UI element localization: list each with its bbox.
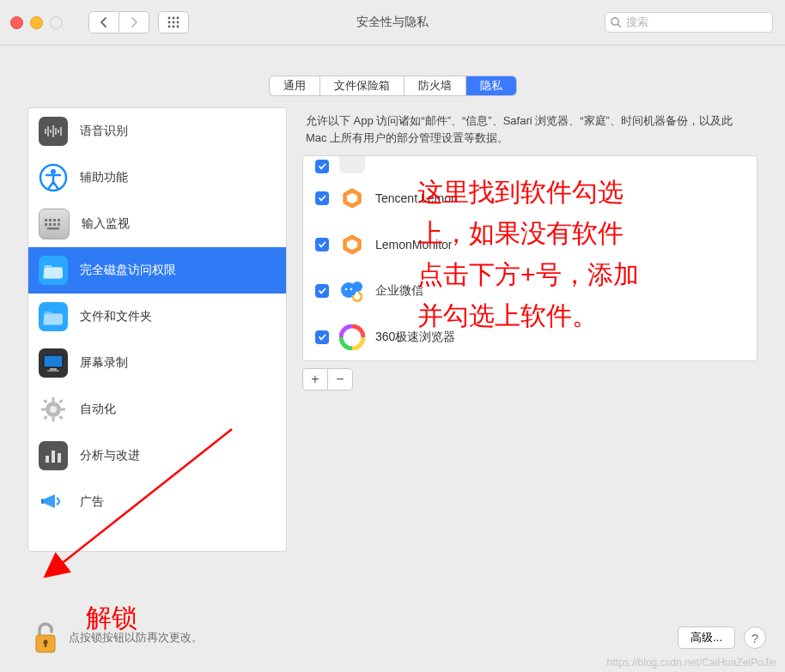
sidebar-item-full-disk-access[interactable]: 完全磁盘访问权限 <box>28 247 286 294</box>
svg-point-53 <box>352 282 362 292</box>
svg-rect-33 <box>47 370 59 372</box>
sidebar-item-label: 屏幕录制 <box>80 355 128 371</box>
checkbox[interactable] <box>315 160 329 173</box>
sidebar-item-speech[interactable]: 语音识别 <box>28 108 286 154</box>
svg-rect-26 <box>53 223 56 226</box>
search-icon <box>610 16 622 28</box>
svg-rect-39 <box>61 409 65 411</box>
apps-list-box: Tencent Lemon LemonMonitor 企业微信 <box>302 155 758 361</box>
back-button[interactable] <box>88 11 119 33</box>
footer-right: 高级... ? <box>678 627 766 649</box>
svg-point-4 <box>173 21 175 24</box>
app-row[interactable]: 企业微信 <box>303 268 757 314</box>
grid-icon <box>167 16 180 28</box>
svg-point-8 <box>177 26 180 28</box>
tab-firewall[interactable]: 防火墙 <box>404 76 466 95</box>
tab-filevault[interactable]: 文件保险箱 <box>319 76 404 95</box>
svg-point-55 <box>345 288 348 291</box>
app-row[interactable] <box>303 156 757 175</box>
svg-rect-24 <box>45 223 47 226</box>
chevron-right-icon <box>130 17 138 27</box>
svg-rect-22 <box>53 219 56 221</box>
help-button[interactable]: ? <box>744 627 766 649</box>
tab-label: 防火墙 <box>418 78 452 94</box>
folder-icon <box>39 256 68 285</box>
plus-icon: + <box>311 372 319 387</box>
sidebar-item-input-monitoring[interactable]: 输入监视 <box>28 201 286 247</box>
monitor-icon <box>39 348 68 378</box>
svg-point-5 <box>177 21 180 24</box>
checkbox[interactable] <box>315 191 329 205</box>
sidebar-item-analytics[interactable]: 分析与改进 <box>28 433 286 479</box>
window-controls <box>10 16 63 29</box>
sidebar-item-advertising[interactable]: 广告 <box>28 479 286 525</box>
minus-icon: − <box>336 372 344 387</box>
minimize-window-button[interactable] <box>30 16 43 29</box>
svg-rect-27 <box>58 223 60 226</box>
search-field[interactable]: 搜索 <box>605 12 773 33</box>
sidebar-item-label: 文件和文件夹 <box>80 309 152 324</box>
svg-point-19 <box>51 169 56 174</box>
remove-app-button[interactable]: − <box>328 368 353 390</box>
app-label: 360极速浏览器 <box>375 330 455 345</box>
svg-rect-36 <box>52 397 55 402</box>
tab-bar: 通用 文件保险箱 防火墙 隐私 <box>0 76 785 95</box>
sidebar-item-label: 语音识别 <box>80 124 128 139</box>
sidebar-item-label: 分析与改进 <box>80 448 140 463</box>
category-sidebar[interactable]: 语音识别 辅助功能 输入监视 完全磁盘访问权限 <box>27 107 287 552</box>
nav-buttons <box>88 11 189 33</box>
app-row[interactable]: 360极速浏览器 <box>303 314 757 360</box>
app-row[interactable]: LemonMonitor <box>303 221 757 268</box>
show-all-button[interactable] <box>158 11 189 33</box>
svg-rect-44 <box>46 456 49 463</box>
tab-label: 隐私 <box>480 78 502 94</box>
tab-label: 文件保险箱 <box>334 78 390 94</box>
svg-rect-29 <box>44 268 63 278</box>
svg-rect-60 <box>45 642 47 647</box>
close-window-button[interactable] <box>10 16 23 29</box>
search-placeholder: 搜索 <box>626 15 648 30</box>
tab-general[interactable]: 通用 <box>270 76 319 95</box>
svg-rect-42 <box>59 399 64 403</box>
waveform-icon <box>39 117 68 146</box>
sidebar-item-files-folders[interactable]: 文件和文件夹 <box>28 294 286 340</box>
keyboard-icon <box>39 209 70 239</box>
lock-text: 点按锁按钮以防再次更改。 <box>69 630 203 645</box>
tabs-group: 通用 文件保险箱 防火墙 隐私 <box>270 76 516 95</box>
sidebar-item-label: 完全磁盘访问权限 <box>80 263 176 278</box>
add-app-button[interactable]: + <box>302 368 328 390</box>
watermark: https://blog.csdn.net/CaiHuaZeiPoJie <box>607 657 776 669</box>
help-icon: ? <box>752 631 758 645</box>
preferences-window: 安全性与隐私 搜索 通用 文件保险箱 防火墙 隐私 语音识别 <box>0 0 785 672</box>
gear-icon <box>39 395 68 424</box>
app-label: Tencent Lemon <box>375 191 458 205</box>
zoom-window-button[interactable] <box>50 16 63 29</box>
checkbox[interactable] <box>315 330 329 344</box>
apps-list[interactable]: Tencent Lemon LemonMonitor 企业微信 <box>303 156 757 360</box>
tab-privacy[interactable]: 隐私 <box>466 76 516 95</box>
advanced-button[interactable]: 高级... <box>678 627 735 649</box>
sidebar-item-label: 自动化 <box>80 402 116 417</box>
svg-rect-47 <box>41 499 44 504</box>
app-label: 企业微信 <box>375 283 423 299</box>
checkbox[interactable] <box>315 284 329 298</box>
lock-area[interactable]: 点按锁按钮以防再次更改。 <box>31 620 203 656</box>
forward-button[interactable] <box>119 11 149 33</box>
app-icon <box>339 278 365 304</box>
svg-rect-21 <box>49 219 52 221</box>
checkbox[interactable] <box>315 238 329 251</box>
sidebar-item-automation[interactable]: 自动化 <box>28 386 286 433</box>
sidebar-item-screen-recording[interactable]: 屏幕录制 <box>28 340 286 386</box>
svg-point-2 <box>177 17 180 20</box>
barchart-icon <box>39 441 68 470</box>
svg-rect-37 <box>52 417 55 421</box>
sidebar-item-label: 输入监视 <box>82 216 130 232</box>
app-row[interactable]: Tencent Lemon <box>303 175 757 221</box>
titlebar: 安全性与隐私 搜索 <box>0 0 785 45</box>
content-area: 语音识别 辅助功能 输入监视 完全磁盘访问权限 <box>27 107 758 552</box>
description-text: 允许以下 App 访问诸如“邮件”、“信息”、Safari 浏览器、“家庭”、时… <box>302 107 758 155</box>
megaphone-icon <box>39 487 68 517</box>
app-icon <box>339 156 365 173</box>
svg-point-7 <box>173 26 175 28</box>
sidebar-item-accessibility[interactable]: 辅助功能 <box>28 154 286 201</box>
